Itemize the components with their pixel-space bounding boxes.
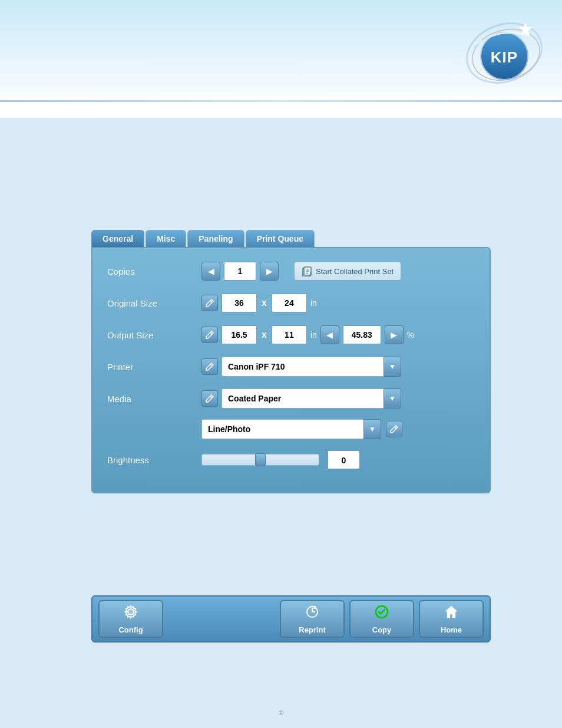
toolbar-btn-group: Reprint Copy Home (280, 600, 484, 638)
copy-label: Copy (372, 625, 392, 634)
copies-decrement-button[interactable]: ◀ (201, 262, 220, 281)
output-size-row: Output Size x in ◀ ▶ % (107, 324, 475, 346)
brightness-slider[interactable] (201, 454, 319, 466)
reprint-button[interactable]: Reprint (280, 600, 345, 638)
copies-row: Copies ◀ ▶ Start Collated Print Set (107, 260, 475, 282)
tab-general[interactable]: General (91, 230, 144, 247)
brightness-row: Brightness 0 (107, 449, 475, 471)
printer-controls: ▼ (201, 357, 401, 377)
home-icon (444, 604, 459, 623)
svg-line-12 (210, 364, 212, 366)
output-size-controls: x in ◀ ▶ % (201, 325, 414, 344)
media-label: Media (107, 394, 201, 404)
pct-unit-label: % (407, 330, 414, 340)
original-width-input[interactable] (222, 294, 257, 312)
svg-text:KIP: KIP (491, 48, 518, 66)
pct-increment-button[interactable]: ▶ (385, 325, 404, 344)
quality-dropdown-arrow[interactable]: ▼ (363, 419, 381, 439)
gear-icon (123, 604, 138, 620)
times-symbol-2: x (262, 330, 267, 340)
edit-pencil-icon-2 (205, 330, 214, 340)
times-symbol: x (262, 298, 267, 308)
media-dropdown-container: ▼ (222, 388, 401, 409)
copies-input[interactable] (224, 262, 256, 281)
output-height-input[interactable] (272, 325, 307, 344)
printer-dropdown-container: ▼ (222, 357, 401, 377)
edit-pencil-icon-3 (205, 362, 214, 371)
brightness-label: Brightness (107, 455, 201, 465)
panel-container: General Misc Paneling Print Queue Copies… (91, 230, 491, 493)
copies-increment-button[interactable]: ▶ (260, 262, 279, 281)
svg-line-10 (210, 301, 212, 302)
home-label: Home (441, 625, 462, 634)
media-row: Media ▼ (107, 387, 475, 410)
tabs-row: General Misc Paneling Print Queue (91, 230, 491, 247)
svg-line-14 (395, 427, 396, 429)
original-size-label: Original Size (107, 298, 201, 308)
original-size-row: Original Size x in (107, 292, 475, 314)
quality-edit-icon[interactable] (386, 421, 402, 437)
tab-paneling[interactable]: Paneling (187, 230, 244, 247)
config-icon (123, 604, 138, 623)
copies-controls: ◀ ▶ Start Collated Print Set (201, 262, 401, 281)
reprint-svg-icon (305, 604, 320, 620)
copy-icon (374, 604, 389, 623)
media-controls: ▼ (201, 388, 401, 409)
brightness-controls: 0 (201, 450, 360, 469)
original-unit-label: in (310, 298, 317, 308)
svg-rect-6 (304, 267, 311, 275)
output-width-input[interactable] (222, 325, 257, 344)
svg-line-13 (210, 396, 212, 398)
output-size-label: Output Size (107, 330, 201, 340)
home-button[interactable]: Home (419, 600, 484, 638)
svg-point-16 (128, 610, 133, 614)
collated-icon (302, 266, 312, 276)
edit-pencil-icon-5 (389, 424, 399, 434)
media-edit-icon[interactable] (201, 390, 218, 407)
quality-dropdown-container: ▼ (201, 419, 381, 439)
original-size-edit-icon[interactable] (201, 295, 218, 311)
original-height-input[interactable] (272, 294, 307, 312)
original-size-controls: x in (201, 294, 317, 312)
quality-field[interactable] (201, 419, 363, 439)
output-unit-label: in (310, 330, 317, 340)
config-button[interactable]: Config (98, 600, 163, 638)
tab-misc[interactable]: Misc (146, 230, 186, 247)
printer-dropdown-arrow[interactable]: ▼ (384, 357, 401, 377)
media-field[interactable] (222, 388, 384, 409)
reprint-icon (305, 604, 320, 623)
collated-print-button[interactable]: Start Collated Print Set (294, 262, 401, 281)
copy-svg-icon (374, 604, 389, 620)
home-svg-icon (444, 604, 459, 620)
printer-row: Printer ▼ (107, 355, 475, 378)
media-dropdown-arrow[interactable]: ▼ (384, 388, 401, 409)
edit-pencil-icon-4 (205, 394, 214, 403)
copy-button[interactable]: Copy (349, 600, 414, 638)
bottom-toolbar: Config Reprint Copy (91, 595, 491, 643)
output-size-edit-icon[interactable] (201, 327, 218, 343)
header-line (0, 100, 562, 102)
quality-row: ▼ (201, 419, 475, 439)
printer-edit-icon[interactable] (201, 358, 218, 375)
pct-decrement-button[interactable]: ◀ (320, 325, 339, 344)
printer-field[interactable] (222, 357, 384, 377)
reprint-label: Reprint (299, 625, 326, 634)
output-pct-input[interactable] (343, 325, 381, 344)
brightness-value: 0 (328, 450, 360, 469)
config-label: Config (118, 625, 143, 634)
kip-logo: KIP (462, 9, 547, 88)
form-panel: Copies ◀ ▶ Start Collated Print Set (91, 247, 491, 493)
copyright-text: © (279, 709, 283, 716)
edit-pencil-icon (205, 298, 214, 308)
svg-line-11 (210, 332, 212, 334)
collated-label: Start Collated Print Set (316, 267, 394, 276)
printer-label: Printer (107, 362, 201, 372)
copies-label: Copies (107, 266, 201, 276)
tab-print-queue[interactable]: Print Queue (246, 230, 315, 247)
